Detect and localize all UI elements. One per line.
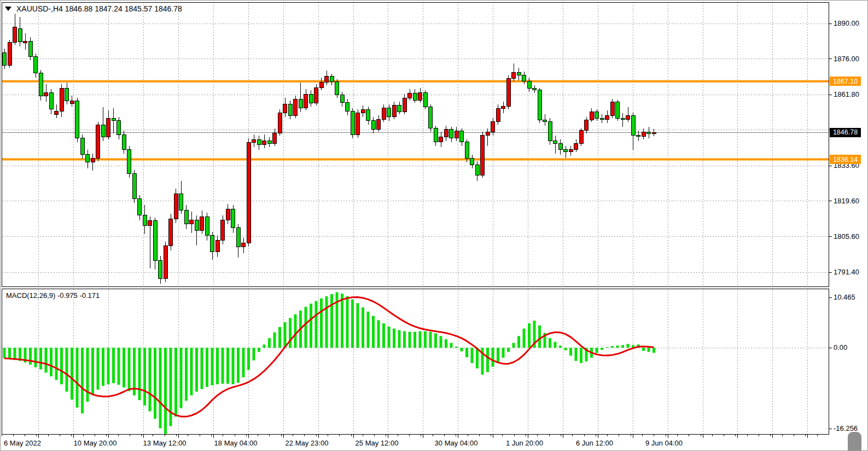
candle-body [579, 131, 583, 144]
candle-body [558, 143, 562, 150]
macd-bar [627, 344, 630, 348]
price-tick-label: 1819.60 [834, 197, 859, 205]
macd-bar [81, 348, 84, 413]
time-axis-label: 6 Jun 12:00 [576, 439, 613, 447]
macd-bar [232, 348, 235, 384]
time-axis-label: 9 Jun 04:00 [645, 439, 683, 447]
macd-bar [154, 348, 156, 419]
macd-bar [305, 307, 307, 348]
candle-body [569, 150, 573, 152]
candle-body [408, 93, 412, 98]
candle-body [605, 115, 609, 119]
macd-bar [465, 348, 468, 357]
candle-body [590, 112, 593, 120]
candle-body [647, 132, 651, 133]
time-axis-label: 1 Jun 20:00 [506, 439, 543, 447]
macd-axis-max-label: 10.465 [834, 293, 855, 301]
candle-body [346, 103, 349, 111]
time-axis-label: 25 May 12:00 [356, 439, 399, 447]
price-tick-label: 1805.60 [834, 232, 859, 241]
macd-bar [653, 348, 655, 353]
candle-body [444, 130, 448, 137]
macd-bar [273, 332, 276, 348]
candle-body [652, 132, 656, 133]
macd-indicator-label: MACD(12,26,9) -0.975 -0.171 [6, 291, 100, 300]
candle-body [626, 116, 630, 119]
macd-bar [268, 338, 271, 348]
candle-body [377, 119, 381, 129]
macd-bar [112, 348, 115, 383]
macd-bar [429, 332, 432, 348]
candle-body [205, 216, 209, 236]
macd-bar [642, 348, 645, 351]
candle-body [39, 73, 43, 96]
macd-bar [372, 316, 375, 348]
candle-body [543, 120, 547, 122]
scrollbar-thumb[interactable] [848, 432, 861, 451]
candle-body [44, 93, 48, 96]
candle-body [512, 73, 516, 79]
candle-body [325, 77, 329, 82]
macd-bar [341, 294, 343, 348]
candle-body [631, 116, 635, 136]
candle-body [143, 215, 147, 225]
chart-window: XAUUSD-,H4 1846.88 1847.24 1845.57 1846.… [0, 0, 868, 451]
macd-bar [164, 348, 167, 434]
candle-body [304, 94, 308, 108]
price-tick-label: 1876.00 [834, 55, 859, 63]
chart-canvas[interactable] [1, 1, 868, 451]
macd-bar [512, 343, 515, 348]
candle-body [179, 194, 183, 210]
macd-bar [71, 348, 73, 400]
candle-body [247, 143, 251, 243]
macd-bar [528, 323, 531, 348]
macd-bar [310, 303, 312, 348]
macd-bar [616, 345, 619, 348]
macd-bar [86, 348, 89, 402]
macd-bar [320, 298, 323, 348]
macd-bar [242, 348, 245, 377]
candle-body [112, 118, 115, 121]
macd-bar [403, 331, 406, 348]
macd-bar [143, 348, 146, 406]
resistance-price-label: 1867.10 [830, 77, 861, 86]
candle-body [429, 107, 433, 128]
candle-body [159, 261, 162, 278]
candle-body [481, 136, 485, 175]
candle-body [585, 120, 589, 130]
macd-bar [226, 348, 229, 384]
candle-body [491, 122, 495, 132]
candle-body [86, 155, 90, 162]
chevron-down-icon[interactable] [5, 7, 11, 11]
candle-body [527, 81, 531, 88]
macd-bar [621, 345, 624, 348]
macd-bar [34, 348, 37, 367]
candle-body [366, 110, 370, 121]
macd-bar [523, 329, 526, 348]
candle-body [387, 108, 391, 117]
macd-bar [413, 332, 416, 348]
candle-body [132, 174, 136, 199]
macd-bar [461, 348, 463, 352]
macd-bar [222, 348, 224, 384]
candle-body [610, 102, 614, 115]
candle-body [75, 101, 79, 138]
price-tick-label: 1791.40 [834, 268, 859, 276]
candle-body [340, 95, 344, 103]
candle-body [231, 209, 235, 228]
macd-bar [393, 329, 395, 348]
macd-axis-zero-label: 0.00 [834, 343, 847, 352]
macd-bar [118, 348, 120, 385]
macd-bar [497, 348, 499, 362]
macd-bar [486, 348, 489, 372]
macd-bar [3, 348, 6, 358]
macd-bar [450, 343, 453, 348]
macd-bar [648, 348, 650, 352]
panel-borders [2, 2, 829, 434]
candle-body [314, 88, 318, 103]
candle-body [80, 138, 84, 155]
candle-body [418, 93, 422, 101]
candle-body [616, 102, 620, 119]
macd-bar [216, 348, 219, 384]
macd-bar [123, 348, 125, 388]
